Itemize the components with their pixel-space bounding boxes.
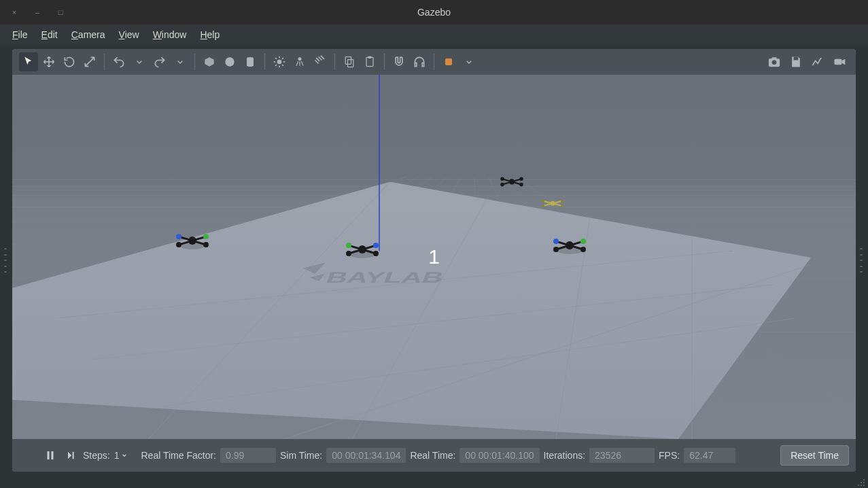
right-panel-handle[interactable] [860,248,864,273]
maximize-button[interactable]: □ [56,7,65,17]
chevron-down-icon [464,56,474,67]
real-time-label: Real Time: [410,450,455,461]
svg-rect-22 [445,58,452,65]
gazebo-icon [442,55,455,69]
log-button[interactable] [786,52,805,71]
svg-point-82 [509,179,515,184]
svg-point-93 [561,205,563,207]
steps-label: Steps: [83,450,110,461]
menu-camera[interactable]: Camera [66,27,111,43]
menu-edit-label: dit [48,29,58,40]
svg-point-24 [772,60,777,65]
overlay-number: 1 [428,245,440,268]
chevron-down-icon [175,56,186,67]
svg-point-99 [861,482,862,483]
plot-button[interactable] [808,52,827,71]
svg-point-97 [863,482,865,483]
rotate-tool-button[interactable] [60,52,79,71]
screenshot-button[interactable] [765,52,784,71]
menu-edit[interactable]: Edit [36,27,63,43]
svg-point-75 [566,241,574,249]
fps-value: 62.47 [684,448,735,463]
gazebo-dropdown[interactable] [459,52,479,71]
directional-light-button[interactable] [311,52,330,71]
box-shape-button[interactable] [200,52,219,71]
directional-light-icon [313,55,327,69]
left-panel-handle[interactable] [4,248,8,273]
svg-point-67 [358,245,366,254]
pause-button[interactable] [42,447,58,464]
undo-dropdown[interactable] [130,52,149,71]
redo-button[interactable] [150,52,169,71]
gazebo-logo-button[interactable] [439,52,458,71]
menu-view-label: iew [125,29,139,40]
svg-point-4 [277,60,282,65]
spot-light-button[interactable] [290,52,309,71]
joints-button[interactable] [410,52,429,71]
close-button[interactable]: × [10,7,19,17]
steps-selector[interactable]: 1 [114,450,128,461]
fps-label: FPS: [659,450,680,461]
chart-icon [811,55,824,69]
svg-point-89 [551,201,555,206]
svg-point-78 [553,247,559,252]
svg-rect-27 [835,59,842,65]
window-title: Gazebo [417,7,451,18]
rtf-label: Real Time Factor: [141,450,216,461]
step-icon [65,450,76,461]
svg-point-90 [542,200,544,203]
menu-window[interactable]: Window [147,27,192,43]
sim-time-value: 00 00:01:34.104 [326,448,406,463]
main-panel: BAYLAB [12,49,856,472]
svg-rect-94 [48,451,50,459]
sun-icon [273,55,286,69]
iterations-value: 23526 [589,448,655,463]
step-button[interactable] [63,447,79,464]
svg-rect-26 [794,57,799,60]
magnet-icon [392,55,406,69]
redo-dropdown[interactable] [171,52,190,71]
menu-help[interactable]: Help [194,27,225,43]
svg-line-14 [316,58,319,61]
svg-point-60 [176,234,181,239]
undo-icon [112,55,126,69]
menu-window-label: indow [162,29,187,40]
steps-value: 1 [114,450,120,461]
svg-point-76 [553,239,559,244]
sim-time-label: Sim Time: [280,450,322,461]
menu-view[interactable]: View [114,27,145,43]
toolbar [12,49,856,75]
sphere-shape-button[interactable] [220,52,239,71]
snap-button[interactable] [389,52,409,71]
copy-button[interactable] [340,52,359,71]
svg-rect-19 [348,60,353,67]
menu-bar: File Edit Camera View Window Help [0,24,868,45]
record-button[interactable] [830,52,849,71]
cylinder-shape-button[interactable] [241,52,260,71]
svg-line-17 [315,60,319,64]
headphones-icon [413,55,426,69]
paste-button[interactable] [360,52,379,71]
video-icon [833,55,846,69]
svg-point-68 [346,243,351,248]
svg-rect-18 [345,57,351,65]
svg-point-63 [203,242,209,247]
translate-tool-button[interactable] [39,52,58,71]
select-tool-button[interactable] [19,52,38,71]
menu-file[interactable]: File [7,27,33,43]
svg-point-83 [500,177,504,181]
svg-point-100 [861,485,862,486]
minimize-button[interactable]: – [33,7,42,17]
scale-tool-button[interactable] [80,52,99,71]
point-light-button[interactable] [270,52,289,71]
svg-point-62 [176,242,181,247]
svg-line-12 [282,58,283,59]
undo-button[interactable] [109,52,128,71]
menu-help-label: elp [207,29,220,40]
resize-grip[interactable] [857,477,865,485]
camera-icon [767,55,781,69]
cube-icon [203,55,216,69]
viewport-3d[interactable]: BAYLAB [12,75,856,439]
reset-time-button[interactable]: Reset Time [780,445,849,466]
iterations-label: Iterations: [544,450,585,461]
